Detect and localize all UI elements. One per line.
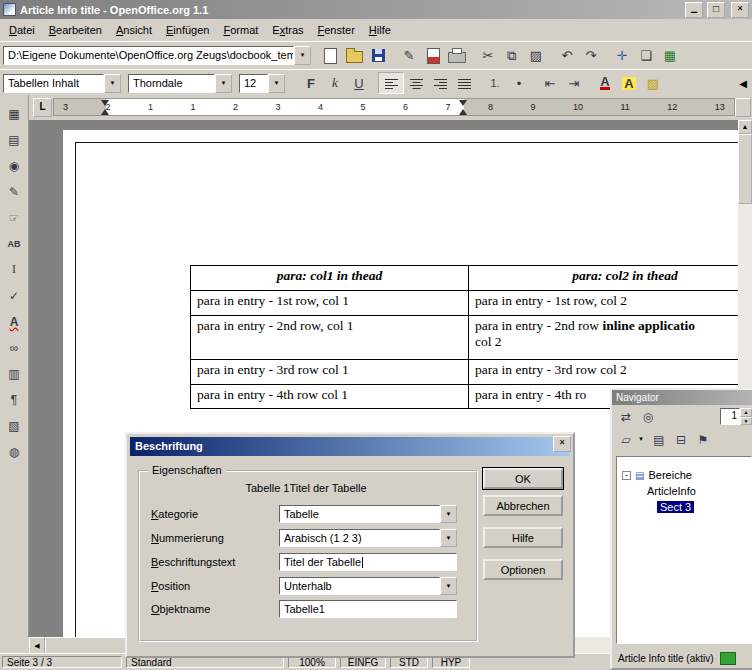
menu-extras[interactable]: Extras	[265, 21, 310, 39]
scroll-left-icon[interactable]	[29, 637, 45, 654]
paragraph-style-dropdown-button[interactable]	[104, 74, 121, 93]
content-view-icon[interactable]: ⊟	[671, 430, 691, 449]
table-cell[interactable]: para in entry - 1st row, col 2	[469, 291, 739, 316]
scroll-up-icon[interactable]	[738, 120, 752, 134]
font-name-value[interactable]: Thorndale	[128, 74, 215, 93]
reminder-icon[interactable]: ⚑	[693, 430, 713, 449]
undo-icon[interactable]: ↶	[555, 46, 579, 66]
draw-functions-icon[interactable]: ✎	[2, 181, 26, 202]
indent-marker[interactable]	[459, 100, 468, 115]
toolbar-switch-arrow-icon[interactable]	[736, 74, 750, 92]
table-cell[interactable]: para in entry - 1st row, col 1	[191, 291, 469, 316]
close-button[interactable]	[731, 2, 749, 18]
spin-up-icon[interactable]	[740, 408, 752, 417]
increase-indent-icon[interactable]: ⇥	[562, 73, 586, 93]
table-cell[interactable]: para in entry - 3rd row col 2	[469, 360, 739, 385]
category-value[interactable]: Tabelle	[279, 505, 440, 523]
font-name-dropdown-button[interactable]	[215, 74, 232, 93]
menu-datei[interactable]: Datei	[2, 21, 42, 39]
caption-text-value[interactable]: Titel der Tabelle	[284, 556, 361, 568]
vertical-scroll-thumb[interactable]	[738, 134, 752, 204]
tree-item-sect3[interactable]: Sect 3	[617, 499, 751, 515]
find-replace-icon[interactable]: ∞	[2, 337, 26, 358]
dialog-title-bar[interactable]: Beschriftung	[130, 437, 570, 456]
numbering-icon[interactable]: 1.	[483, 73, 507, 93]
stylist-icon[interactable]: ❏	[634, 46, 658, 66]
table-header-cell[interactable]: para: col2 in thead	[469, 266, 739, 291]
spellcheck-icon[interactable]: ✓	[2, 285, 26, 306]
autospellcheck-icon[interactable]: A	[2, 311, 26, 332]
navigator-icon[interactable]: ✛	[610, 46, 634, 66]
decrease-indent-icon[interactable]: ⇤	[538, 73, 562, 93]
object-name-input[interactable]: Tabelle1	[279, 600, 457, 618]
export-pdf-icon[interactable]	[421, 46, 445, 66]
open-icon[interactable]	[342, 46, 366, 66]
highlight-icon[interactable]: A	[617, 73, 641, 93]
numbering-dropdown-button[interactable]	[440, 529, 457, 547]
ok-button[interactable]: OK	[483, 468, 563, 489]
menu-hilfe[interactable]: Hilfe	[362, 21, 398, 39]
horizontal-ruler[interactable]: 32112345678910111213	[53, 98, 735, 116]
font-color-icon[interactable]: A	[593, 73, 617, 93]
url-field[interactable]: D:\Eigene Dokumente\OpenOffice.org Zeugs…	[3, 46, 294, 65]
align-right-icon[interactable]	[428, 73, 452, 93]
page-number-value[interactable]: 1	[720, 408, 740, 425]
menu-ansicht[interactable]: Ansicht	[109, 21, 159, 39]
list-box-icon[interactable]: ▤	[649, 430, 669, 449]
online-layout-icon[interactable]: ◍	[2, 441, 26, 462]
navigator-title-bar[interactable]: Navigator	[612, 390, 752, 405]
table-header-cell[interactable]: para: col1 in thead	[191, 266, 469, 291]
category-dropdown-button[interactable]	[440, 505, 457, 523]
copy-icon[interactable]: ⧉	[500, 46, 524, 66]
tree-item-articleinfo[interactable]: ArticleInfo	[617, 483, 751, 499]
object-name-value[interactable]: Tabelle1	[279, 600, 457, 618]
form-functions-icon[interactable]: ☞	[2, 207, 26, 228]
paragraph-style-value[interactable]: Tabellen Inhalt	[3, 74, 104, 93]
dialog-close-icon[interactable]	[553, 436, 571, 452]
print-icon[interactable]	[445, 46, 469, 66]
font-size-combobox[interactable]: 12	[239, 74, 285, 93]
nonprinting-chars-icon[interactable]: ¶	[2, 389, 26, 410]
active-document-label[interactable]: Article Info title (aktiv)	[618, 653, 714, 664]
drag-mode-icon[interactable]: ▱	[616, 430, 636, 449]
insert-table-icon[interactable]: ▦	[2, 103, 26, 124]
direct-cursor-icon[interactable]: I	[2, 259, 26, 280]
bold-button[interactable]: F	[299, 73, 323, 93]
save-icon[interactable]	[366, 46, 390, 66]
align-left-icon[interactable]	[378, 72, 404, 94]
position-dropdown-button[interactable]	[440, 577, 457, 595]
align-center-icon[interactable]	[404, 73, 428, 93]
options-button[interactable]: Optionen	[483, 559, 563, 580]
caption-text-input[interactable]: Titel der Tabelle	[279, 553, 457, 571]
drag-mode-dropdown-icon[interactable]	[638, 430, 647, 449]
indent-marker[interactable]	[101, 100, 110, 115]
align-justify-icon[interactable]	[452, 73, 476, 93]
tree-item-bereiche[interactable]: ▤ Bereiche	[617, 467, 751, 483]
paste-icon[interactable]: ▨	[524, 46, 548, 66]
selected-tree-item[interactable]: Sect 3	[657, 501, 694, 513]
category-combobox[interactable]: Tabelle	[279, 505, 457, 523]
page-number-field[interactable]: Seite 3 / 3	[2, 656, 122, 668]
maximize-button[interactable]	[707, 2, 725, 18]
spin-down-icon[interactable]	[740, 417, 752, 426]
autotext-icon[interactable]: AB	[2, 233, 26, 254]
redo-icon[interactable]: ↷	[579, 46, 603, 66]
url-combobox[interactable]: D:\Eigene Dokumente\OpenOffice.org Zeugs…	[3, 46, 311, 65]
ruler-corner-button[interactable]	[735, 98, 751, 117]
edit-file-icon[interactable]: ✎	[397, 46, 421, 66]
underline-button[interactable]: U	[347, 73, 371, 93]
toggle-icon[interactable]: ⇄	[616, 407, 636, 426]
table-cell[interactable]: para in entry - 2nd row, col 1	[191, 316, 469, 360]
page-number-spinner[interactable]: 1	[720, 408, 752, 425]
url-dropdown-button[interactable]	[294, 46, 311, 65]
horizontal-scroll-thumb[interactable]	[45, 637, 135, 654]
table-cell[interactable]: para in entry - 2nd row inline applicati…	[469, 316, 739, 360]
numbering-value[interactable]: Arabisch (1 2 3)	[279, 529, 440, 547]
italic-button[interactable]: k	[323, 73, 347, 93]
new-document-icon[interactable]	[318, 46, 342, 66]
navigation-icon[interactable]: ◎	[638, 407, 658, 426]
numbering-combobox[interactable]: Arabisch (1 2 3)	[279, 529, 457, 547]
help-button[interactable]: Hilfe	[483, 527, 563, 548]
data-sources-icon[interactable]: ▥	[2, 363, 26, 384]
tab-type-selector[interactable]: L	[33, 98, 52, 117]
